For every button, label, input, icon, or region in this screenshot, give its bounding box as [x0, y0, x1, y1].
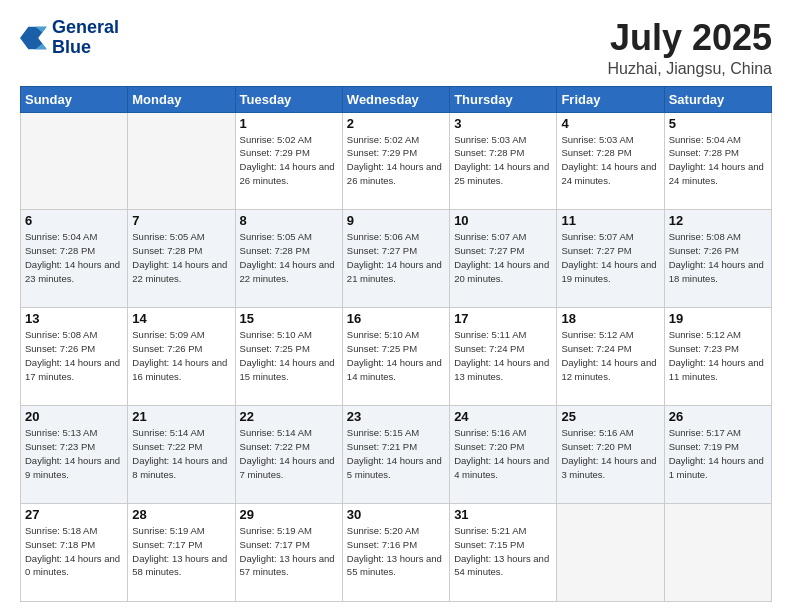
- header-monday: Monday: [128, 86, 235, 112]
- day-number: 11: [561, 213, 659, 228]
- day-info: Sunrise: 5:07 AMSunset: 7:27 PMDaylight:…: [454, 230, 552, 285]
- table-row: 15Sunrise: 5:10 AMSunset: 7:25 PMDayligh…: [235, 308, 342, 406]
- header-tuesday: Tuesday: [235, 86, 342, 112]
- day-number: 5: [669, 116, 767, 131]
- table-row: 23Sunrise: 5:15 AMSunset: 7:21 PMDayligh…: [342, 406, 449, 504]
- day-info: Sunrise: 5:20 AMSunset: 7:16 PMDaylight:…: [347, 524, 445, 579]
- day-info: Sunrise: 5:12 AMSunset: 7:23 PMDaylight:…: [669, 328, 767, 383]
- day-info: Sunrise: 5:05 AMSunset: 7:28 PMDaylight:…: [132, 230, 230, 285]
- day-number: 26: [669, 409, 767, 424]
- day-info: Sunrise: 5:02 AMSunset: 7:29 PMDaylight:…: [347, 133, 445, 188]
- day-number: 22: [240, 409, 338, 424]
- day-number: 20: [25, 409, 123, 424]
- calendar-table: Sunday Monday Tuesday Wednesday Thursday…: [20, 86, 772, 602]
- day-number: 6: [25, 213, 123, 228]
- day-number: 18: [561, 311, 659, 326]
- day-number: 29: [240, 507, 338, 522]
- table-row: 24Sunrise: 5:16 AMSunset: 7:20 PMDayligh…: [450, 406, 557, 504]
- day-info: Sunrise: 5:10 AMSunset: 7:25 PMDaylight:…: [347, 328, 445, 383]
- table-row: 1Sunrise: 5:02 AMSunset: 7:29 PMDaylight…: [235, 112, 342, 210]
- calendar-week-row: 13Sunrise: 5:08 AMSunset: 7:26 PMDayligh…: [21, 308, 772, 406]
- day-info: Sunrise: 5:14 AMSunset: 7:22 PMDaylight:…: [132, 426, 230, 481]
- day-info: Sunrise: 5:14 AMSunset: 7:22 PMDaylight:…: [240, 426, 338, 481]
- table-row: 29Sunrise: 5:19 AMSunset: 7:17 PMDayligh…: [235, 504, 342, 602]
- month-title: July 2025: [607, 18, 772, 58]
- day-number: 24: [454, 409, 552, 424]
- day-number: 16: [347, 311, 445, 326]
- day-info: Sunrise: 5:09 AMSunset: 7:26 PMDaylight:…: [132, 328, 230, 383]
- day-info: Sunrise: 5:18 AMSunset: 7:18 PMDaylight:…: [25, 524, 123, 579]
- calendar-week-row: 27Sunrise: 5:18 AMSunset: 7:18 PMDayligh…: [21, 504, 772, 602]
- table-row: 11Sunrise: 5:07 AMSunset: 7:27 PMDayligh…: [557, 210, 664, 308]
- table-row: 16Sunrise: 5:10 AMSunset: 7:25 PMDayligh…: [342, 308, 449, 406]
- day-number: 28: [132, 507, 230, 522]
- day-info: Sunrise: 5:17 AMSunset: 7:19 PMDaylight:…: [669, 426, 767, 481]
- table-row: 7Sunrise: 5:05 AMSunset: 7:28 PMDaylight…: [128, 210, 235, 308]
- day-number: 25: [561, 409, 659, 424]
- day-number: 27: [25, 507, 123, 522]
- table-row: [21, 112, 128, 210]
- title-block: July 2025 Huzhai, Jiangsu, China: [607, 18, 772, 78]
- calendar-week-row: 20Sunrise: 5:13 AMSunset: 7:23 PMDayligh…: [21, 406, 772, 504]
- day-number: 21: [132, 409, 230, 424]
- table-row: [557, 504, 664, 602]
- day-info: Sunrise: 5:03 AMSunset: 7:28 PMDaylight:…: [454, 133, 552, 188]
- day-info: Sunrise: 5:03 AMSunset: 7:28 PMDaylight:…: [561, 133, 659, 188]
- table-row: 13Sunrise: 5:08 AMSunset: 7:26 PMDayligh…: [21, 308, 128, 406]
- day-number: 12: [669, 213, 767, 228]
- header: General Blue July 2025 Huzhai, Jiangsu, …: [20, 18, 772, 78]
- header-thursday: Thursday: [450, 86, 557, 112]
- day-info: Sunrise: 5:02 AMSunset: 7:29 PMDaylight:…: [240, 133, 338, 188]
- day-number: 30: [347, 507, 445, 522]
- logo: General Blue: [20, 18, 119, 58]
- day-number: 2: [347, 116, 445, 131]
- day-info: Sunrise: 5:16 AMSunset: 7:20 PMDaylight:…: [454, 426, 552, 481]
- day-number: 13: [25, 311, 123, 326]
- day-info: Sunrise: 5:06 AMSunset: 7:27 PMDaylight:…: [347, 230, 445, 285]
- table-row: 21Sunrise: 5:14 AMSunset: 7:22 PMDayligh…: [128, 406, 235, 504]
- location-title: Huzhai, Jiangsu, China: [607, 60, 772, 78]
- day-info: Sunrise: 5:15 AMSunset: 7:21 PMDaylight:…: [347, 426, 445, 481]
- table-row: 25Sunrise: 5:16 AMSunset: 7:20 PMDayligh…: [557, 406, 664, 504]
- table-row: 9Sunrise: 5:06 AMSunset: 7:27 PMDaylight…: [342, 210, 449, 308]
- day-info: Sunrise: 5:05 AMSunset: 7:28 PMDaylight:…: [240, 230, 338, 285]
- day-number: 9: [347, 213, 445, 228]
- day-number: 1: [240, 116, 338, 131]
- table-row: [664, 504, 771, 602]
- header-sunday: Sunday: [21, 86, 128, 112]
- day-info: Sunrise: 5:08 AMSunset: 7:26 PMDaylight:…: [669, 230, 767, 285]
- day-info: Sunrise: 5:04 AMSunset: 7:28 PMDaylight:…: [669, 133, 767, 188]
- day-info: Sunrise: 5:11 AMSunset: 7:24 PMDaylight:…: [454, 328, 552, 383]
- day-number: 4: [561, 116, 659, 131]
- table-row: 31Sunrise: 5:21 AMSunset: 7:15 PMDayligh…: [450, 504, 557, 602]
- table-row: 26Sunrise: 5:17 AMSunset: 7:19 PMDayligh…: [664, 406, 771, 504]
- table-row: 18Sunrise: 5:12 AMSunset: 7:24 PMDayligh…: [557, 308, 664, 406]
- day-info: Sunrise: 5:12 AMSunset: 7:24 PMDaylight:…: [561, 328, 659, 383]
- day-number: 3: [454, 116, 552, 131]
- page: General Blue July 2025 Huzhai, Jiangsu, …: [0, 0, 792, 612]
- day-info: Sunrise: 5:08 AMSunset: 7:26 PMDaylight:…: [25, 328, 123, 383]
- day-info: Sunrise: 5:16 AMSunset: 7:20 PMDaylight:…: [561, 426, 659, 481]
- day-number: 15: [240, 311, 338, 326]
- day-info: Sunrise: 5:07 AMSunset: 7:27 PMDaylight:…: [561, 230, 659, 285]
- table-row: 6Sunrise: 5:04 AMSunset: 7:28 PMDaylight…: [21, 210, 128, 308]
- calendar-week-row: 6Sunrise: 5:04 AMSunset: 7:28 PMDaylight…: [21, 210, 772, 308]
- day-number: 7: [132, 213, 230, 228]
- calendar-header-row: Sunday Monday Tuesday Wednesday Thursday…: [21, 86, 772, 112]
- day-info: Sunrise: 5:21 AMSunset: 7:15 PMDaylight:…: [454, 524, 552, 579]
- table-row: 5Sunrise: 5:04 AMSunset: 7:28 PMDaylight…: [664, 112, 771, 210]
- table-row: 8Sunrise: 5:05 AMSunset: 7:28 PMDaylight…: [235, 210, 342, 308]
- table-row: [128, 112, 235, 210]
- day-number: 17: [454, 311, 552, 326]
- table-row: 27Sunrise: 5:18 AMSunset: 7:18 PMDayligh…: [21, 504, 128, 602]
- table-row: 22Sunrise: 5:14 AMSunset: 7:22 PMDayligh…: [235, 406, 342, 504]
- table-row: 3Sunrise: 5:03 AMSunset: 7:28 PMDaylight…: [450, 112, 557, 210]
- table-row: 14Sunrise: 5:09 AMSunset: 7:26 PMDayligh…: [128, 308, 235, 406]
- day-number: 8: [240, 213, 338, 228]
- day-number: 14: [132, 311, 230, 326]
- header-wednesday: Wednesday: [342, 86, 449, 112]
- day-info: Sunrise: 5:04 AMSunset: 7:28 PMDaylight:…: [25, 230, 123, 285]
- day-info: Sunrise: 5:10 AMSunset: 7:25 PMDaylight:…: [240, 328, 338, 383]
- table-row: 2Sunrise: 5:02 AMSunset: 7:29 PMDaylight…: [342, 112, 449, 210]
- day-number: 23: [347, 409, 445, 424]
